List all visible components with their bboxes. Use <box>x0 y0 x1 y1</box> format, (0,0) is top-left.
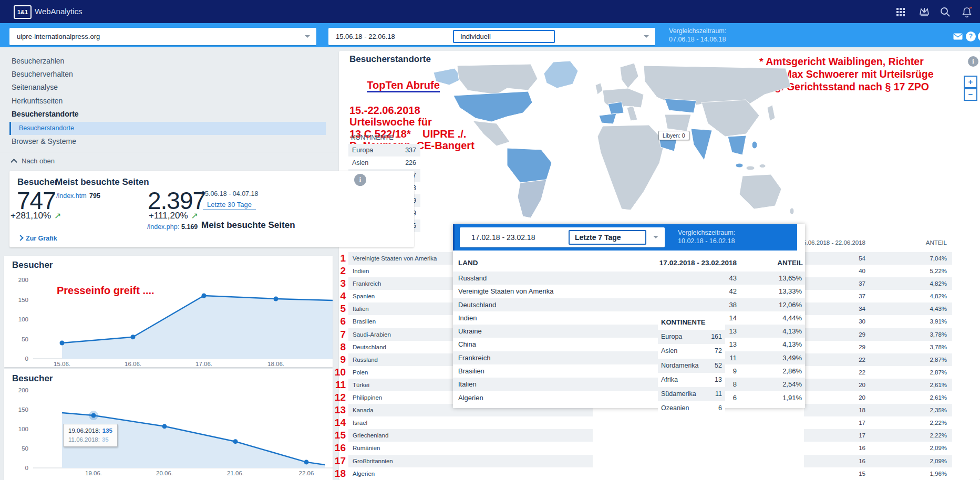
country-row: Israel <box>348 416 593 429</box>
divider <box>0 152 338 152</box>
overlay-period-header: 17.02.2018 - 23.02.2018 <box>579 259 737 267</box>
search-icon[interactable] <box>940 6 951 18</box>
page-link-index-php[interactable]: /index.php: <box>147 223 179 231</box>
svg-text:200: 200 <box>18 387 28 393</box>
overlay-country-row: Brasilien92,86% <box>453 364 805 378</box>
countries-share-header: ANTEIL <box>893 239 947 246</box>
comparison-label: Vergleichszeitraum: <box>669 27 726 35</box>
page-link-index-htm[interactable]: /index.htm <box>56 192 87 200</box>
overlay-land-header: LAND <box>458 259 478 267</box>
map-philippines <box>752 141 757 149</box>
mini-continent-row: Afrika13 <box>658 373 725 387</box>
country-values-row: 293,78% <box>804 341 952 353</box>
help-icon[interactable]: ? <box>966 32 976 41</box>
last-30-days-link[interactable]: Letzte 30 Tage <box>203 201 256 210</box>
card-caption: Meist besuchte Seiten <box>201 220 295 231</box>
svg-text:17.06.: 17.06. <box>195 361 212 367</box>
continents-header: KONTINENTE <box>351 134 394 141</box>
info-icon[interactable]: i <box>968 56 978 67</box>
brand-logo[interactable]: 1&1 <box>14 5 32 19</box>
country-values-row: 344,43% <box>804 302 952 315</box>
info-icon[interactable]: i <box>354 174 366 186</box>
overlay-country-row: Deutschland3812,06% <box>453 298 805 311</box>
map-zoom-out-button[interactable]: − <box>964 88 977 101</box>
overlay-country-row: Ukraine134,13% <box>453 325 805 338</box>
overlay-range-mode-box[interactable]: Letzte 7 Tage <box>569 230 646 245</box>
overlay-country-row: Italien82,54% <box>453 378 805 391</box>
account-icon[interactable] <box>978 32 980 41</box>
map-italy <box>627 106 637 121</box>
visitors-line-chart-1[interactable]: 05010015020015.06.16.06.17.06.18.06. <box>4 256 333 367</box>
map-zoom-in-button[interactable]: + <box>964 76 977 88</box>
domain-select-value: uipre-internationalpress.org <box>17 33 100 40</box>
visitors-line-chart-2[interactable]: 05010015020019.06.20.06.21.06.22.06 <box>4 369 333 480</box>
overlay-country-row: Indien144,44% <box>453 311 805 325</box>
chevron-down-icon <box>305 35 310 40</box>
chart-title: Besucher <box>12 260 53 270</box>
map-indonesia <box>736 163 743 168</box>
chevron-down-icon <box>653 236 658 241</box>
sidebar-item-seitenanalyse[interactable]: Seitenanalyse <box>12 83 58 91</box>
svg-text:100: 100 <box>18 316 28 322</box>
country-values-row: 405,22% <box>804 265 952 277</box>
date-range-field[interactable]: 15.06.18 - 22.06.18 Individuell <box>328 28 655 45</box>
apps-grid-icon[interactable] <box>895 6 906 18</box>
tooltip-comparison-period: 11.06.2018:35 <box>68 435 112 444</box>
mini-continents-header: KONTINENTE <box>661 318 706 326</box>
world-map[interactable] <box>418 58 807 231</box>
country-values-row: 374,82% <box>804 290 952 302</box>
country-values-row: 202,61% <box>804 391 952 404</box>
overlay-country-row: Vereinigte Staaten von Amerika4213,33% <box>453 285 805 298</box>
chevron-down-icon <box>644 35 649 40</box>
card-period: 05.06.18 - 04.07.18 <box>201 190 258 197</box>
card-title-besucher: Besucher <box>17 177 58 187</box>
mail-icon[interactable] <box>953 33 963 40</box>
map-usa <box>453 91 532 122</box>
top-navbar: 1&1 WebAnalytics <box>0 0 980 23</box>
mini-continent-row: Nordamerika52 <box>658 359 725 373</box>
svg-text:50: 50 <box>22 336 28 342</box>
country-row: Großbritannien <box>348 455 593 467</box>
sidebar-item-besucherzahlen[interactable]: Besucherzahlen <box>12 57 64 65</box>
country-values-row: 162,09% <box>804 455 952 467</box>
country-values-row: 547,04% <box>804 252 952 265</box>
trend-up-icon: ↗ <box>54 211 61 220</box>
visitors-change: +281,10%↗ <box>11 211 61 221</box>
sidebar-subitem-besucherstandorte[interactable]: Besucherstandorte <box>9 122 326 135</box>
svg-text:19.06.: 19.06. <box>85 470 102 476</box>
zur-grafik-link[interactable]: Zur Grafik <box>18 235 57 242</box>
crown-icon[interactable] <box>919 6 930 18</box>
overlay-country-row: China134,13% <box>453 338 805 351</box>
svg-text:21.06.: 21.06. <box>227 470 244 476</box>
svg-text:0: 0 <box>25 465 28 471</box>
svg-text:0: 0 <box>25 356 28 362</box>
map-new-guinea <box>759 164 766 168</box>
svg-text:22.06: 22.06 <box>299 470 314 476</box>
map-uk <box>595 83 603 95</box>
mini-continent-row: Ozeanien6 <box>658 401 725 415</box>
sidebar-item-browser-systeme[interactable]: Browser & Systeme <box>12 137 76 145</box>
overlay-filter-bar: 17.02.18 - 23.02.18 Letzte 7 Tage Vergle… <box>453 224 797 251</box>
map-mexico <box>473 121 510 146</box>
overlay-comparison-range: 10.02.18 - 16.02.18 <box>678 237 735 245</box>
svg-text:16.06.: 16.06. <box>125 361 141 367</box>
back-to-top-link[interactable]: Nach oben <box>12 157 55 165</box>
map-scandinavia <box>620 63 638 88</box>
bell-icon[interactable] <box>961 6 973 18</box>
sidebar-item-besucherverhalten[interactable]: Besucherverhalten <box>12 70 73 78</box>
range-mode-box[interactable]: Individuell <box>453 30 555 43</box>
overlay-comparison-label: Vergleichszeitraum: <box>678 228 735 237</box>
presseinfo-annotation: Presseinfo greift .... <box>57 285 154 297</box>
overlay-share-header: ANTEIL <box>750 259 803 267</box>
page-value-index-php: 5.169 <box>181 223 198 231</box>
map-new-zealand <box>790 208 794 214</box>
domain-select[interactable]: uipre-internationalpress.org <box>9 28 316 45</box>
visitors-chart-panel-1: 05010015020015.06.16.06.17.06.18.06. Bes… <box>4 256 333 367</box>
overlay-date-range-field[interactable]: 17.02.18 - 23.02.18 Letzte 7 Tage <box>460 227 665 247</box>
map-south-america-south <box>518 180 546 218</box>
pageviews-change: +111,20%↗ <box>149 211 198 221</box>
sidebar-item-besucherstandorte[interactable]: Besucherstandorte <box>12 110 79 118</box>
map-south-america-north <box>507 148 552 183</box>
map-france <box>608 102 624 114</box>
sidebar-item-herkunftsseiten[interactable]: Herkunftsseiten <box>12 97 63 105</box>
